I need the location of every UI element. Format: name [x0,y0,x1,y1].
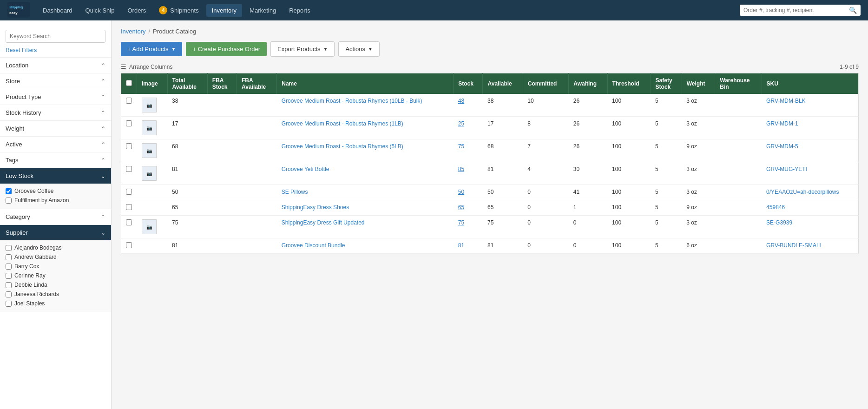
actions-button[interactable]: Actions ▼ [338,41,380,57]
row-checkbox[interactable] [126,219,132,225]
nav-marketing[interactable]: Marketing [244,4,282,17]
create-po-button[interactable]: + Create Purchase Order [186,42,267,56]
checkbox-alejandro[interactable] [6,245,12,251]
row-checkbox[interactable] [126,242,132,248]
nav-reports[interactable]: Reports [283,4,316,17]
stock-link[interactable]: 85 [458,166,464,172]
stock-link[interactable]: 81 [458,242,464,249]
table-row: 📷 38 Groovee Medium Roast - Robusta Rhym… [121,94,859,117]
stock-link[interactable]: 48 [458,98,464,104]
row-available: 68 [483,139,523,162]
stock-link[interactable]: 50 [458,189,464,195]
filter-category-header[interactable]: Category ⌃ [0,209,111,224]
row-checkbox[interactable] [126,143,132,149]
reset-filters-link[interactable]: Reset Filters [6,47,37,53]
filter-option-barry[interactable]: Barry Cox [6,262,105,271]
main-layout: Reset Filters Location ⌃ Store ⌃ Product… [0,20,868,409]
row-warehouse-bin [715,238,762,254]
filter-location: Location ⌃ [0,57,111,73]
filter-option-janeesa[interactable]: Janeesa Richards [6,290,105,299]
filter-option-fba[interactable]: Fulfillment by Amazon [6,196,105,205]
sku-link[interactable]: SE-G3939 [766,219,792,226]
checkbox-joel[interactable] [6,301,12,307]
row-committed: 0 [523,200,569,216]
row-checkbox[interactable] [126,120,132,126]
product-name-link[interactable]: Groovee Yeti Bottle [282,166,329,172]
row-awaiting: 0 [569,238,607,254]
row-sku: SE-G3939 [762,216,858,238]
filter-weight-header[interactable]: Weight ⌃ [0,121,111,136]
filter-product-type: Product Type ⌃ [0,89,111,105]
keyword-search-input[interactable] [6,30,105,43]
filter-supplier-header[interactable]: Supplier ⌄ [0,225,111,240]
product-name-link[interactable]: Groovee Medium Roast - Robusta Rhymes (1… [282,98,422,104]
checkbox-andrew[interactable] [6,254,12,260]
product-name-link[interactable]: Groovee Medium Roast - Robusta Rhymes (1… [282,120,403,127]
row-awaiting: 26 [569,117,607,139]
filter-store-header[interactable]: Store ⌃ [0,73,111,89]
row-image-cell [137,200,168,216]
export-products-button[interactable]: Export Products ▼ [270,41,335,57]
filter-location-header[interactable]: Location ⌃ [0,58,111,73]
filter-option-groovee-coffee[interactable]: Groovee Coffee [6,186,105,196]
row-warehouse-bin [715,185,762,200]
nav-orders[interactable]: Orders [122,4,151,17]
sku-link[interactable]: GRV-MDM-BLK [766,98,805,104]
row-checkbox[interactable] [126,204,132,210]
filter-producttype-header[interactable]: Product Type ⌃ [0,89,111,105]
filter-option-corinne[interactable]: Corinne Ray [6,271,105,280]
row-checkbox[interactable] [126,189,132,195]
nav-quickship[interactable]: Quick Ship [80,4,120,17]
global-search-input[interactable] [743,7,849,13]
stock-link[interactable]: 75 [458,143,464,150]
nav-shipments[interactable]: 4 Shipments [153,3,204,17]
filter-active-header[interactable]: Active ⌃ [0,137,111,152]
sku-link[interactable]: 0/YEAAOzU=ah-decorpillows [766,189,839,195]
product-name-link[interactable]: ShippingEasy Dress Shoes [282,204,349,211]
stock-link[interactable]: 75 [458,219,464,226]
global-search[interactable]: 🔍 [740,5,861,16]
product-name-link[interactable]: Groovee Discount Bundle [282,242,345,249]
sku-link[interactable]: GRV-MUG-YETI [766,166,807,172]
checkbox-fba[interactable] [6,198,12,204]
nav-dashboard[interactable]: Dashboard [37,4,78,17]
sku-link[interactable]: GRV-MDM-1 [766,120,798,127]
checkbox-janeesa[interactable] [6,291,12,297]
row-name: Groovee Medium Roast - Robusta Rhymes (1… [277,94,454,117]
filter-tags-header[interactable]: Tags ⌃ [0,152,111,168]
filter-option-andrew[interactable]: Andrew Gabbard [6,252,105,262]
product-name-link[interactable]: Groovee Medium Roast - Robusta Rhymes (5… [282,143,403,150]
sku-link[interactable]: 459846 [766,204,785,211]
product-name-link[interactable]: SE Pillows [282,189,308,195]
filter-option-debbie[interactable]: Debbie Linda [6,280,105,290]
breadcrumb-inventory-link[interactable]: Inventory [121,28,145,35]
arrange-columns-button[interactable]: ☰ Arrange Columns [121,63,172,70]
filter-stockhistory-header[interactable]: Stock History ⌃ [0,105,111,120]
row-image-cell [137,238,168,254]
product-name-link[interactable]: ShippingEasy Dress Gift Updated [282,219,365,226]
row-awaiting: 1 [569,200,607,216]
checkbox-groovee-coffee[interactable] [6,188,12,194]
corinne-label: Corinne Ray [14,272,46,279]
filter-option-joel[interactable]: Joel Staples [6,299,105,308]
row-checkbox-cell [121,200,137,216]
stock-link[interactable]: 65 [458,204,464,211]
checkbox-debbie[interactable] [6,282,12,288]
stock-link[interactable]: 25 [458,120,464,127]
row-checkbox[interactable] [126,98,132,104]
filter-option-alejandro[interactable]: Alejandro Bodegas [6,243,105,252]
sku-link[interactable]: GRV-MDM-5 [766,143,798,150]
row-total-available: 75 [167,216,207,238]
chevron-down-icon-ls: ⌄ [101,173,105,179]
nav-inventory[interactable]: Inventory [206,4,242,17]
checkbox-barry[interactable] [6,264,12,270]
checkbox-corinne[interactable] [6,273,12,279]
filter-lowstock-header[interactable]: Low Stock ⌄ [0,168,111,184]
row-checkbox[interactable] [126,166,132,172]
logo[interactable]: shipping easy [7,2,30,19]
row-checkbox-cell [121,94,137,117]
row-available: 81 [483,238,523,254]
select-all-checkbox[interactable] [126,80,132,86]
add-products-button[interactable]: + Add Products ▼ [121,42,182,56]
sku-link[interactable]: GRV-BUNDLE-SMALL [766,242,822,249]
